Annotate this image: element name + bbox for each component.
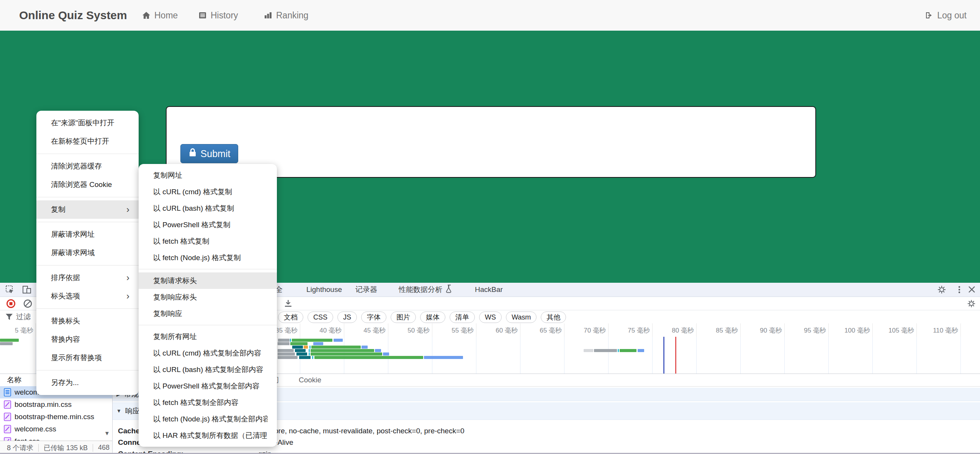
- waterfall-bar[interactable]: [295, 349, 306, 352]
- waterfall-bar[interactable]: [311, 349, 374, 352]
- waterfall-bar[interactable]: [309, 346, 311, 349]
- waterfall-bar[interactable]: [299, 356, 311, 359]
- waterfall-bar[interactable]: [311, 352, 382, 356]
- copy-submenu-item[interactable]: 复制所有网址: [139, 328, 277, 345]
- waterfall-grid-line: [696, 337, 697, 374]
- waterfall-bar[interactable]: [594, 349, 617, 352]
- waterfall-bar[interactable]: [309, 352, 310, 356]
- copy-submenu-item[interactable]: 以 cURL (cmd) 格式复制: [139, 184, 277, 200]
- filter-pill-媒体[interactable]: 媒体: [420, 311, 445, 323]
- detail-tab-Cookie[interactable]: Cookie: [299, 374, 321, 386]
- context-menu-item[interactable]: 清除浏览器 Cookie: [36, 175, 139, 194]
- device-toolbar-icon[interactable]: [22, 285, 32, 297]
- filter-pill-CSS[interactable]: CSS: [308, 311, 333, 323]
- context-menu-item[interactable]: 替换内容: [36, 330, 139, 349]
- devtools-kebab-menu-icon[interactable]: [954, 285, 964, 297]
- waterfall-bar[interactable]: [638, 349, 644, 352]
- devtools-settings-gear-icon[interactable]: [937, 285, 947, 297]
- copy-submenu-item[interactable]: 复制请求标头: [139, 272, 277, 289]
- waterfall-bar[interactable]: [424, 356, 463, 359]
- devtools-tab-HackBar[interactable]: HackBar: [475, 283, 503, 297]
- waterfall-bar[interactable]: [278, 356, 298, 359]
- waterfall-bar[interactable]: [278, 352, 295, 356]
- waterfall-bar[interactable]: [278, 349, 294, 352]
- context-menu-item[interactable]: 在新标签页中打开: [36, 132, 139, 151]
- request-row-bootstrap.min.css[interactable]: bootstrap.min.css: [0, 398, 112, 411]
- scroll-down-caret-icon[interactable]: ▼: [104, 430, 110, 436]
- context-menu-item[interactable]: 复制›: [36, 200, 139, 219]
- copy-submenu-item[interactable]: 以 fetch 格式复制: [139, 233, 277, 249]
- record-stop-icon[interactable]: [6, 299, 16, 310]
- waterfall-bar[interactable]: [278, 342, 290, 345]
- waterfall-bar[interactable]: [618, 349, 619, 352]
- waterfall-bar[interactable]: [292, 339, 332, 342]
- waterfall-bar[interactable]: [278, 339, 290, 342]
- context-menu-item[interactable]: 显示所有替换项: [36, 349, 139, 367]
- filter-pill-Wasm[interactable]: Wasm: [506, 311, 537, 323]
- copy-submenu-item[interactable]: 以 PowerShell 格式复制: [139, 216, 277, 233]
- copy-submenu-item[interactable]: 以 fetch (Node.js) 格式复制全部内容: [139, 411, 277, 427]
- waterfall-bar[interactable]: [584, 349, 593, 352]
- request-row-welcome.css[interactable]: welcome.css: [0, 423, 112, 435]
- filter-pill-文档[interactable]: 文档: [278, 311, 303, 323]
- copy-submenu-item[interactable]: 复制网址: [139, 167, 277, 184]
- context-menu-item[interactable]: 排序依据›: [36, 269, 139, 287]
- copy-submenu-item[interactable]: 以 cURL (bash) 格式复制: [139, 200, 277, 216]
- waterfall-bar[interactable]: [290, 342, 308, 345]
- nav-item-history[interactable]: History: [198, 0, 238, 31]
- waterfall-bar[interactable]: [375, 349, 381, 352]
- waterfall-bar[interactable]: [304, 346, 308, 349]
- copy-submenu-item[interactable]: 以 cURL (bash) 格式复制全部内容: [139, 361, 277, 378]
- filter-pill-清单[interactable]: 清单: [450, 311, 475, 323]
- context-menu-item[interactable]: 在"来源"面板中打开: [36, 114, 139, 132]
- name-column-header: 名称: [7, 375, 21, 385]
- network-settings-gear-icon[interactable]: [967, 299, 976, 310]
- copy-submenu-item[interactable]: 复制响应: [139, 305, 277, 322]
- devtools-tab-性能数据分析[interactable]: 性能数据分析: [399, 283, 453, 297]
- waterfall-bar[interactable]: [313, 342, 323, 345]
- copy-submenu-item[interactable]: 以 fetch (Node.js) 格式复制: [139, 249, 277, 266]
- waterfall-bar[interactable]: [362, 346, 368, 349]
- logout-button[interactable]: Log out: [924, 0, 967, 31]
- copy-submenu-item[interactable]: 以 cURL (cmd) 格式复制全部内容: [139, 345, 277, 361]
- context-menu-item[interactable]: 屏蔽请求网址: [36, 225, 139, 244]
- waterfall-bar[interactable]: [0, 342, 13, 345]
- copy-submenu-item[interactable]: 以 PowerShell 格式复制全部内容: [139, 378, 277, 394]
- waterfall-bar[interactable]: [334, 339, 343, 342]
- copy-submenu-item[interactable]: 以 HAR 格式复制所有数据（已清理）: [139, 427, 277, 444]
- filter-funnel-icon[interactable]: [5, 313, 13, 322]
- waterfall-bar[interactable]: [312, 356, 313, 359]
- waterfall-bar[interactable]: [620, 349, 636, 352]
- waterfall-bar[interactable]: [290, 339, 291, 342]
- waterfall-grid-line: [432, 337, 432, 374]
- waterfall-bar[interactable]: [383, 352, 389, 356]
- copy-submenu-item[interactable]: 复制响应标头: [139, 289, 277, 305]
- inspect-icon[interactable]: [5, 285, 15, 297]
- import-export-har-icon[interactable]: [283, 299, 293, 310]
- context-menu-item[interactable]: 标头选项›: [36, 287, 139, 305]
- waterfall-bar[interactable]: [311, 346, 361, 349]
- waterfall-bar[interactable]: [314, 356, 423, 359]
- clear-icon[interactable]: [23, 299, 33, 310]
- waterfall-bar[interactable]: [296, 352, 307, 356]
- context-menu-item[interactable]: 另存为...: [36, 374, 139, 392]
- submit-button[interactable]: Submit: [180, 144, 238, 163]
- devtools-tab-Lighthouse[interactable]: Lighthouse: [306, 283, 342, 297]
- filter-pill-图片[interactable]: 图片: [391, 311, 416, 323]
- waterfall-bar[interactable]: [292, 346, 303, 349]
- filter-pill-JS[interactable]: JS: [337, 311, 357, 323]
- filter-pill-字体[interactable]: 字体: [361, 311, 386, 323]
- context-menu-item[interactable]: 替换标头: [36, 312, 139, 330]
- nav-item-home[interactable]: Home: [142, 0, 178, 31]
- nav-item-ranking[interactable]: Ranking: [263, 0, 308, 31]
- filter-pill-其他[interactable]: 其他: [541, 311, 566, 323]
- devtools-tab-记录器[interactable]: 记录器: [355, 283, 377, 297]
- waterfall-bar[interactable]: [0, 339, 19, 342]
- filter-pill-WS[interactable]: WS: [479, 311, 502, 323]
- context-menu-item[interactable]: 清除浏览器缓存: [36, 157, 139, 175]
- devtools-close-icon[interactable]: [967, 284, 977, 297]
- context-menu-item[interactable]: 屏蔽请求网域: [36, 244, 139, 262]
- copy-submenu-item[interactable]: 以 fetch 格式复制全部内容: [139, 394, 277, 411]
- waterfall-bar[interactable]: [309, 349, 310, 352]
- request-row-bootstrap-theme.min.css[interactable]: bootstrap-theme.min.css: [0, 411, 112, 423]
